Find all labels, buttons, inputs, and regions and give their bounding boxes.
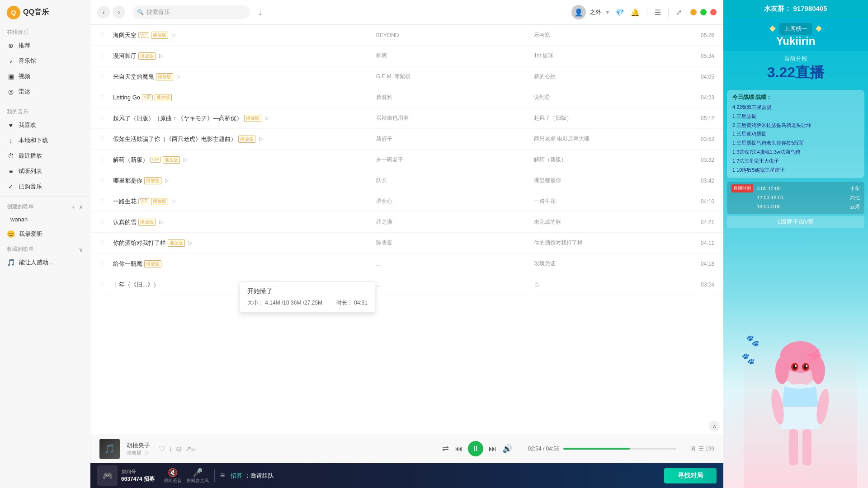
song-artist: ... xyxy=(376,282,534,288)
mic-control[interactable]: 🎤 房间麦克风 xyxy=(186,468,209,484)
share-button[interactable]: ↗3+ xyxy=(185,445,196,453)
minimize-button[interactable] xyxy=(690,9,697,15)
table-row[interactable]: ♡ 漫河舞厅 播放版 ▷ 柳爽 1st 星球 05:34 xyxy=(90,46,723,66)
queue-button[interactable]: ☰ 199 xyxy=(699,446,714,452)
table-row[interactable]: ♡ 一路生花 VIP 播放版 ▷ 温奕心 一路生花 04:16 xyxy=(90,191,723,212)
scroll-up-button[interactable]: ∧ xyxy=(709,421,720,432)
sidebar-item-favorites[interactable]: ♥ 我喜欢 xyxy=(0,117,90,133)
download-button[interactable]: ↓ xyxy=(169,445,172,453)
find-match-button[interactable]: 寻找对局 xyxy=(664,468,717,483)
table-row[interactable]: ♡ 起风了（旧版）（原曲：《ヤキモチ》—高桥优） 播放版 ▷ 买辣椒也用券 起风… xyxy=(90,108,723,129)
collected-playlist-1[interactable]: 🎵 能让人感动... xyxy=(0,255,90,270)
maximize-button[interactable] xyxy=(700,9,707,15)
collected-playlist-1-label: 能让人感动... xyxy=(19,258,53,267)
heart-icon[interactable]: ♡ xyxy=(99,156,108,163)
time-slot-0: 3:00-12:00 十年 xyxy=(757,184,860,193)
user-dropdown-icon[interactable]: ▼ xyxy=(605,9,610,15)
sidebar-item-trial[interactable]: ≡ 试听列表 xyxy=(0,164,90,179)
table-row[interactable]: ♡ 解药（新版） VIP 播放版 ▷ 来一碗老干 解药（新版） 03:32 xyxy=(90,150,723,170)
heart-icon[interactable]: ♡ xyxy=(99,136,108,142)
table-row[interactable]: ♡ Letting Go VIP 播放版 蔡健雅 说到爱 04:23 xyxy=(90,87,723,108)
sidebar-item-music-hall[interactable]: ♪ 音乐馆 xyxy=(0,53,90,69)
heart-icon[interactable]: ♡ xyxy=(99,219,108,225)
back-button[interactable]: ‹ xyxy=(97,6,110,19)
bell-icon[interactable]: 🔔 xyxy=(631,8,640,17)
table-row[interactable]: ♡ 假如生活欺骗了你（《两只老虎》电影主题曲） 播放版 ▷ 新裤子 两只老虎 电… xyxy=(90,129,723,150)
type-badge: 播放版 xyxy=(151,32,168,39)
like-button[interactable]: ♡ xyxy=(159,445,165,453)
playlist-wanan[interactable]: wanan xyxy=(0,212,90,226)
song-duration: 04:16 xyxy=(692,198,714,205)
table-row[interactable]: ♡ 来自天堂的魔鬼 播放版 ▷ G.E.M. 邓紫棋 新的心跳 04:05 xyxy=(90,66,723,87)
table-row[interactable]: ♡ 给你一瓶魔 播放版 ... 玫瑰凭证 04:18 xyxy=(90,253,723,274)
sidebar-item-recommend[interactable]: ⊕ 推荐 xyxy=(0,38,90,53)
lyric-button[interactable]: 词 xyxy=(690,445,695,453)
pause-button[interactable]: ⏸ xyxy=(468,441,483,456)
heart-icon[interactable]: ♡ xyxy=(99,94,108,101)
voice-label: 房间语音 xyxy=(164,478,182,484)
collapse-playlist-icon[interactable]: ∧ xyxy=(79,203,83,211)
download-topbar-icon[interactable]: ↓ xyxy=(258,8,262,17)
sidebar-item-recent[interactable]: ⏱ 最近播放 xyxy=(0,148,90,164)
heart-icon[interactable]: ♡ xyxy=(99,260,108,267)
playlist-favorite[interactable]: 😊 我最爱听 xyxy=(0,226,90,242)
expand-icon[interactable]: ⤢ xyxy=(676,8,682,17)
heart-icon[interactable]: ♡ xyxy=(99,115,108,122)
table-row[interactable]: ♡ 哪里都是你 播放版 ▷ 队长 哪里都是你 03:42 xyxy=(90,170,723,191)
game-recruit: 招募 ：邀请组队 xyxy=(231,472,274,480)
heart-icon[interactable]: ♡ xyxy=(99,281,108,288)
next-button[interactable]: ⏭ xyxy=(489,444,497,454)
logo: Q QQ音乐 xyxy=(0,0,90,25)
segment-section: 当前分段 3.22直播 xyxy=(723,51,868,86)
search-box[interactable]: 🔍 搜索音乐 xyxy=(132,5,250,19)
heart-icon[interactable]: ♡ xyxy=(99,52,108,59)
add-playlist-icon[interactable]: + xyxy=(71,203,75,211)
window-controls xyxy=(690,9,717,15)
voice-control[interactable]: 🔇 房间语音 xyxy=(164,468,182,484)
shuffle-button[interactable]: ⇌ xyxy=(442,444,449,454)
heart-icon[interactable]: ♡ xyxy=(99,32,108,38)
heart-icon[interactable]: ♡ xyxy=(99,177,108,184)
sidebar-item-video[interactable]: ▣ 视频 xyxy=(0,69,90,84)
heart-icon[interactable]: ♡ xyxy=(99,198,108,205)
tooltip-duration: 时长： 04:31 xyxy=(336,299,368,307)
vip-icon[interactable]: 💎 xyxy=(615,8,624,17)
song-duration: 05:26 xyxy=(692,32,714,38)
sidebar-item-purchased-label: 已购音乐 xyxy=(19,183,42,191)
recruit-text: ：邀请组队 xyxy=(245,472,274,480)
player-cover: 🎵 xyxy=(99,439,120,459)
sidebar-item-radar[interactable]: ◎ 雷达 xyxy=(0,84,90,99)
progress-bar[interactable] xyxy=(563,448,676,450)
total-time-value: 04:56 xyxy=(546,446,560,452)
collapse-collected-icon[interactable]: ∨ xyxy=(79,246,83,253)
time-streamer-2: 云烬 xyxy=(850,202,860,211)
sidebar-item-local[interactable]: ↓ 本地和下载 xyxy=(0,133,90,148)
play-icon: ▷ xyxy=(159,219,163,225)
table-row[interactable]: ♡ 认真的雪 播放版 ▷ 薛之谦 未完成的歌 04:21 xyxy=(90,212,723,233)
recruit-label[interactable]: 招募 xyxy=(231,472,242,480)
forward-button[interactable]: › xyxy=(113,6,125,19)
game-menu-icon[interactable]: ≡ xyxy=(220,471,225,480)
volume-button[interactable]: 🔊 xyxy=(502,444,512,454)
heart-icon[interactable]: ♡ xyxy=(99,239,108,246)
collected-emoji-1: 🎵 xyxy=(7,258,15,267)
table-row[interactable]: ♡ 十年（《旧...》） ... 匕 03:24 xyxy=(90,274,723,295)
type-badge: 播放版 xyxy=(138,52,156,60)
song-album: 1st 星球 xyxy=(534,52,692,60)
list-view-icon[interactable]: ☰ xyxy=(655,8,661,17)
playlist-emoji-2: 😊 xyxy=(7,230,15,238)
table-row[interactable]: ♡ 海阔天空 VIP 播放版 ▷ BEYOND 乐与怒 05:26 xyxy=(90,25,723,46)
list-icon: ≡ xyxy=(7,167,15,175)
room-id-value: 6637474 xyxy=(121,476,142,482)
close-button[interactable] xyxy=(710,9,717,15)
dislike-button[interactable]: ⊖ xyxy=(176,445,182,453)
player-artist-link-icon[interactable]: ▷ xyxy=(145,450,149,456)
time-streamer-1: 灼七 xyxy=(850,193,860,202)
stats-item-5: 1 9龙魂7法4摄魂1.3w法强乌鸦 xyxy=(732,148,859,157)
prev-button[interactable]: ⏮ xyxy=(454,444,462,454)
heart-icon[interactable]: ♡ xyxy=(99,73,108,80)
sidebar-item-recent-label: 最近播放 xyxy=(19,152,42,160)
table-row[interactable]: ♡ 你的酒馆对我打了样 播放版 ▷ 陈雪凝 你的酒馆对我打了样 04:11 xyxy=(90,233,723,253)
sidebar-item-purchased[interactable]: ✓ 已购音乐 xyxy=(0,179,90,194)
type-badge: 播放版 xyxy=(238,136,255,143)
